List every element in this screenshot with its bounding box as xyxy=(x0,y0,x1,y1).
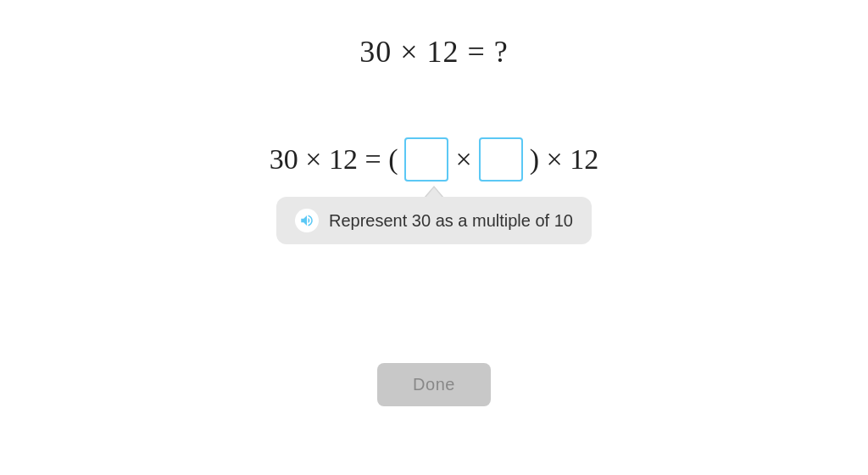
main-equation-text: 30 × 12 = ? xyxy=(359,35,509,69)
input-box-2[interactable] xyxy=(479,137,523,182)
tooltip-container: Represent 30 as a multiple of 10 xyxy=(276,197,592,244)
input-box-1[interactable] xyxy=(404,137,448,182)
speaker-icon[interactable] xyxy=(295,209,319,232)
equation-suffix: ) × 12 xyxy=(530,143,599,176)
equation-prefix: 30 × 12 = ( xyxy=(270,143,398,176)
tooltip-text: Represent 30 as a multiple of 10 xyxy=(329,211,573,231)
interactive-area: 30 × 12 = ( × ) × 12 Represent 30 as a m… xyxy=(268,137,600,244)
equation-row: 30 × 12 = ( × ) × 12 xyxy=(268,137,600,182)
done-button[interactable]: Done xyxy=(377,363,491,406)
main-equation: 30 × 12 = ? xyxy=(359,34,509,70)
times-symbol: × xyxy=(455,143,471,176)
tooltip-box: Represent 30 as a multiple of 10 xyxy=(276,197,592,244)
speaker-svg-icon xyxy=(299,213,314,228)
